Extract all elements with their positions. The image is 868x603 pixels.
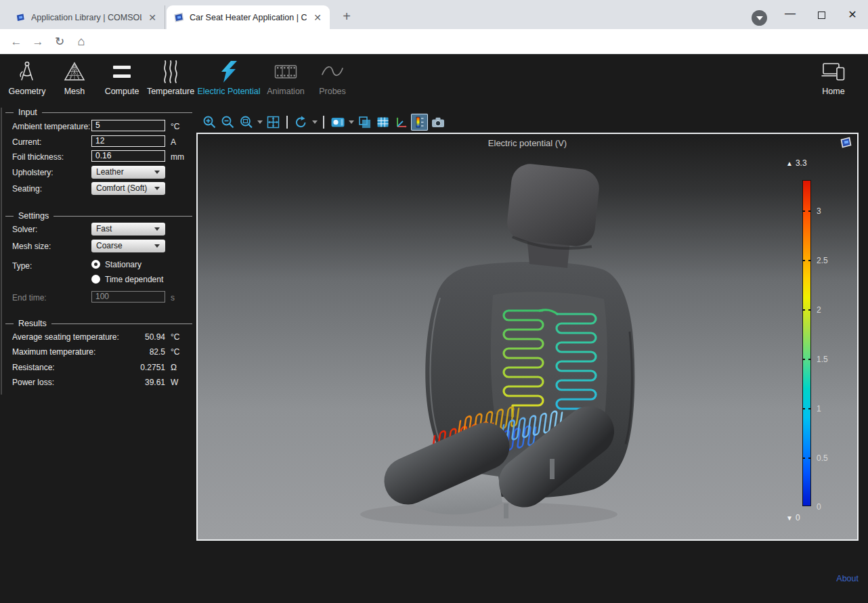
radio-time-dependent[interactable]: Time dependent bbox=[91, 275, 163, 284]
field-label: Solver: bbox=[12, 225, 37, 234]
colorbar-tick: 2.5 bbox=[810, 255, 828, 266]
radio-stationary[interactable]: Stationary bbox=[91, 260, 142, 269]
tab-car-seat-heater[interactable]: Car Seat Heater Application | CO ✕ bbox=[167, 5, 330, 29]
ribbon-electric-potential-button[interactable]: Electric Potential bbox=[192, 60, 266, 103]
colorbar-tick: 1 bbox=[810, 403, 828, 414]
ribbon-mesh-button[interactable]: Mesh bbox=[51, 60, 98, 103]
browser-toolbar: ← → ↻ ⌂ comsol.com/server-demo/app/car_s… bbox=[0, 29, 868, 54]
section-title: Settings bbox=[18, 211, 49, 221]
browser-update-icon[interactable] bbox=[752, 10, 767, 26]
browser-chrome: Application Library | COMSOL Se ✕ Car Se… bbox=[0, 0, 868, 54]
field-row-current: Current: 12 A bbox=[12, 135, 192, 149]
ribbon-compute-button[interactable]: Compute bbox=[97, 60, 146, 103]
field-row-ambient: Ambient temperature: 5 °C bbox=[12, 120, 192, 133]
ribbon-label: Electric Potential bbox=[197, 87, 260, 96]
graphics-window: Electric potential (V) bbox=[196, 112, 860, 545]
field-label: Ambient temperature: bbox=[12, 122, 90, 131]
field-label: Type: bbox=[12, 261, 32, 271]
field-label: Seating: bbox=[12, 184, 42, 194]
ribbon-label: Compute bbox=[105, 87, 139, 96]
field-row-type2: Time dependent bbox=[12, 274, 192, 288]
zoom-box-dropdown-icon[interactable] bbox=[256, 114, 263, 131]
panel-left-border bbox=[1, 108, 2, 395]
result-unit: Ω bbox=[171, 363, 177, 372]
ribbon-home-button[interactable]: Home bbox=[810, 60, 857, 103]
field-row-seating: Seating: Comfort (Soft) bbox=[12, 182, 192, 196]
zoom-box-icon[interactable] bbox=[238, 114, 255, 131]
foil-thickness-input[interactable]: 0.16 bbox=[91, 150, 165, 162]
heat-waves-icon bbox=[162, 60, 179, 84]
field-row-mesh-size: Mesh size: Coarse bbox=[12, 240, 192, 253]
field-label: Upholstery: bbox=[12, 168, 53, 177]
section-header-input: Input bbox=[5, 108, 192, 117]
forward-icon[interactable]: → bbox=[30, 34, 46, 50]
colorbar-tick: 3 bbox=[810, 206, 828, 217]
graphics-toolbar bbox=[196, 112, 860, 132]
rotate-view-icon[interactable] bbox=[292, 114, 309, 131]
axis-orientation-icon[interactable] bbox=[393, 114, 410, 131]
equals-icon bbox=[113, 60, 131, 84]
zoom-in-icon[interactable] bbox=[201, 114, 218, 131]
tab-title: Car Seat Heater Application | CO bbox=[190, 13, 307, 22]
field-row-foil: Foil thickness: 0.16 mm bbox=[12, 150, 192, 164]
result-unit: W bbox=[171, 378, 178, 387]
result-value: 50.94 bbox=[87, 332, 165, 342]
upholstery-dropdown[interactable]: Leather bbox=[91, 166, 165, 179]
zoom-extents-icon[interactable] bbox=[265, 114, 282, 131]
section-title: Results bbox=[18, 319, 47, 328]
input-panel: Input Ambient temperature: 5 °C Current:… bbox=[0, 105, 195, 603]
window-close-icon[interactable]: ✕ bbox=[842, 7, 863, 24]
grid-icon[interactable] bbox=[374, 114, 391, 131]
plot-canvas-3d[interactable]: Electric potential (V) bbox=[196, 133, 859, 541]
tab-application-library[interactable]: Application Library | COMSOL Se ✕ bbox=[8, 5, 165, 29]
ambient-temperature-input[interactable]: 5 bbox=[91, 120, 165, 131]
ribbon-label: Mesh bbox=[64, 87, 85, 96]
sine-wave-icon bbox=[320, 60, 345, 84]
back-icon[interactable]: ← bbox=[8, 34, 24, 50]
section-header-results: Results bbox=[5, 319, 192, 328]
current-input[interactable]: 12 bbox=[91, 135, 165, 147]
result-label: Resistance: bbox=[12, 363, 55, 372]
window-minimize-icon[interactable]: — bbox=[780, 7, 800, 24]
mesh-triangle-icon bbox=[64, 60, 85, 84]
new-tab-icon[interactable]: + bbox=[339, 9, 355, 25]
field-label: End time: bbox=[12, 293, 47, 303]
result-label: Power loss: bbox=[12, 378, 54, 387]
color-legend-icon[interactable] bbox=[411, 114, 428, 131]
mesh-size-dropdown[interactable]: Coarse bbox=[91, 240, 165, 252]
toolbar-separator bbox=[286, 116, 288, 129]
zoom-out-icon[interactable] bbox=[219, 114, 236, 131]
window-maximize-icon[interactable] bbox=[811, 7, 831, 24]
scene-light-icon[interactable] bbox=[329, 114, 346, 131]
radio-label: Stationary bbox=[105, 260, 142, 269]
radio-label: Time dependent bbox=[105, 275, 163, 284]
tab-close-icon[interactable]: ✕ bbox=[147, 12, 158, 23]
ribbon-probes-button: Probes bbox=[309, 60, 356, 103]
home-icon[interactable]: ⌂ bbox=[73, 34, 89, 50]
colorbar-min-marker: ▼0 bbox=[786, 513, 800, 522]
transparency-icon[interactable] bbox=[356, 114, 373, 131]
tab-close-icon[interactable]: ✕ bbox=[312, 12, 323, 23]
ribbon-geometry-button[interactable]: Geometry bbox=[3, 60, 51, 103]
lightning-bolt-icon bbox=[219, 60, 239, 84]
field-unit: mm bbox=[171, 152, 184, 162]
radio-unselected-icon bbox=[91, 275, 100, 284]
field-unit: A bbox=[171, 137, 176, 147]
screenshot-camera-icon[interactable] bbox=[429, 114, 446, 131]
comsol-favicon bbox=[173, 12, 184, 23]
section-title: Input bbox=[18, 108, 37, 117]
devices-home-icon bbox=[821, 60, 846, 84]
about-link[interactable]: About bbox=[836, 574, 859, 583]
ribbon-label: Temperature bbox=[147, 87, 194, 96]
seating-dropdown[interactable]: Comfort (Soft) bbox=[91, 182, 165, 195]
rotate-dropdown-icon[interactable] bbox=[311, 114, 318, 131]
comsol-app: Geometry Mesh Compute Temperature Electr… bbox=[0, 54, 868, 603]
solver-dropdown[interactable]: Fast bbox=[91, 223, 165, 236]
reload-icon[interactable]: ↻ bbox=[51, 34, 68, 50]
result-row: Average seating temperature: 50.94 °C bbox=[12, 331, 192, 343]
result-unit: °C bbox=[171, 332, 179, 342]
field-row-type: Type: Stationary bbox=[12, 259, 192, 273]
scene-light-dropdown-icon[interactable] bbox=[347, 114, 355, 131]
result-row: Power loss: 39.61 W bbox=[12, 376, 192, 388]
result-value: 39.61 bbox=[87, 378, 165, 387]
